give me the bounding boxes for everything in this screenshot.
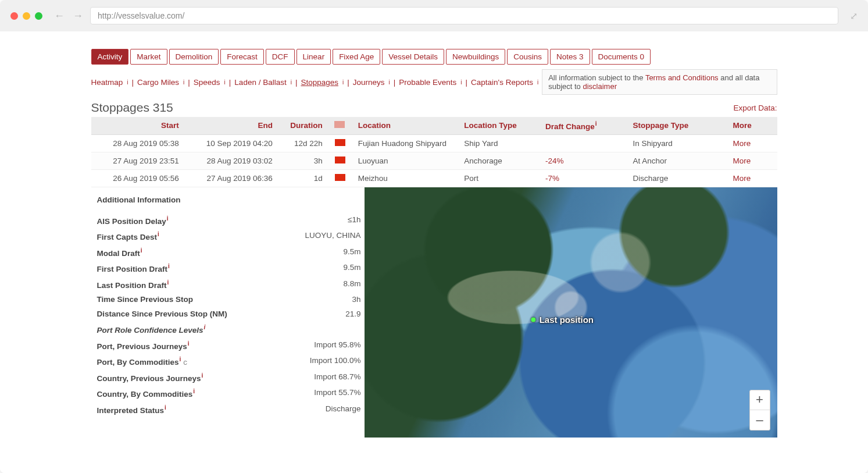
table-row[interactable]: 27 Aug 2019 23:5128 Aug 2019 03:023hLuoy… (91, 152, 777, 169)
info-icon[interactable]: i (204, 324, 206, 330)
info-icon[interactable]: i (165, 404, 166, 411)
col-more: More (727, 117, 777, 134)
info-icon[interactable]: i (389, 79, 390, 86)
sublink-speeds[interactable]: Speeds (194, 78, 220, 87)
tab-demolition[interactable]: Demolition (169, 49, 219, 65)
info-icon[interactable]: i (158, 231, 159, 237)
back-icon[interactable]: ← (53, 10, 66, 22)
info-row: Country, By CommoditiesiImport 55.7% (97, 385, 361, 401)
info-value: 21.9 (345, 310, 360, 318)
sublink-journeys[interactable]: Journeys (353, 78, 385, 87)
info-icon[interactable]: i (141, 247, 142, 254)
tab-forecast[interactable]: Forecast (220, 49, 264, 65)
info-icon[interactable]: i (167, 279, 169, 286)
info-icon[interactable]: i (127, 79, 128, 86)
more-link[interactable]: More (733, 157, 751, 165)
url-bar[interactable]: http://vesselsvalue.com/ (90, 7, 838, 24)
tab-vessel-details[interactable]: Vessel Details (382, 49, 444, 65)
window-controls (10, 12, 42, 20)
info-label: Modal Drafti (97, 247, 142, 258)
zoom-in-button[interactable]: + (750, 390, 770, 410)
cell-stoppage-type: Discharge (627, 169, 727, 187)
col-start[interactable]: Start (91, 117, 185, 134)
sublink-captain-s-reports[interactable]: Captain's Reports (471, 78, 533, 87)
close-window-button[interactable] (10, 12, 18, 20)
tab-market[interactable]: Market (130, 49, 167, 65)
col-location-type[interactable]: Location Type (458, 117, 540, 134)
tab-activity[interactable]: Activity (91, 49, 129, 65)
info-icon[interactable]: i (188, 340, 190, 347)
info-label: Distance Since Previous Stop (NM) (97, 310, 227, 318)
flag-cn-icon (335, 139, 345, 146)
forward-icon[interactable]: → (72, 10, 84, 22)
info-label: First Position Drafti (97, 263, 170, 273)
tab-dcf[interactable]: DCF (266, 49, 295, 65)
tab-documents-0[interactable]: Documents 0 (592, 49, 651, 65)
cell-location: Luoyuan (352, 152, 459, 169)
info-icon[interactable]: i (460, 79, 462, 86)
info-icon[interactable]: i (183, 79, 184, 86)
info-row: Port, By CommoditiesicImport 100.0% (97, 353, 361, 369)
cell-draft-change: -24% (540, 152, 627, 169)
table-row[interactable]: 26 Aug 2019 05:5627 Aug 2019 06:361dMeiz… (91, 169, 777, 187)
table-row[interactable]: 28 Aug 2019 05:3810 Sep 2019 04:2012d 22… (91, 134, 777, 152)
info-icon[interactable]: i (168, 263, 170, 269)
tab-newbuildings[interactable]: Newbuildings (446, 49, 505, 65)
separator: | (229, 78, 231, 87)
cell-duration: 12d 22h (278, 134, 328, 152)
col-stoppage-type[interactable]: Stoppage Type (627, 117, 727, 134)
info-value: 8.8m (343, 279, 360, 290)
sublink-cargo-miles[interactable]: Cargo Miles (137, 78, 179, 87)
map-panel[interactable]: Last position + – (365, 187, 777, 438)
cell-start: 26 Aug 2019 05:56 (91, 169, 185, 187)
info-icon[interactable]: i (224, 79, 226, 86)
col-draft-change[interactable]: Draft Changei (540, 117, 627, 134)
expand-icon[interactable]: ⤢ (850, 10, 858, 22)
more-link[interactable]: More (733, 174, 751, 183)
info-row: First Capts DestiLUOYU, CHINA (97, 228, 361, 244)
info-icon[interactable]: i (291, 79, 292, 86)
sublink-laden-ballast[interactable]: Laden / Ballast (234, 78, 286, 87)
cell-end: 27 Aug 2019 06:36 (185, 169, 278, 187)
info-label: Country, By Commoditiesi (97, 388, 195, 399)
info-label: Country, Previous Journeysi (97, 372, 203, 383)
disclaimer-link[interactable]: disclaimer (583, 82, 617, 91)
separator: | (394, 78, 396, 87)
col-location[interactable]: Location (352, 117, 459, 134)
tab-fixed-age[interactable]: Fixed Age (333, 49, 380, 65)
last-position-marker[interactable]: Last position (531, 315, 594, 325)
stoppages-table: Start End Duration Location Location Typ… (91, 117, 777, 187)
info-icon[interactable]: i (180, 356, 181, 362)
info-icon[interactable]: i (537, 79, 538, 86)
tab-notes-3[interactable]: Notes 3 (550, 49, 590, 65)
minimize-window-button[interactable] (23, 12, 30, 20)
terms-link[interactable]: Terms and Conditions (645, 73, 719, 82)
cell-location: Fujian Huadong Shipyard (352, 134, 459, 152)
sub-links-row: Heatmapi | Cargo Milesi | Speedsi | Lade… (91, 69, 777, 95)
sublink-stoppages[interactable]: Stoppages (301, 78, 338, 87)
cell-start: 27 Aug 2019 23:51 (91, 152, 185, 169)
maximize-window-button[interactable] (35, 12, 42, 20)
cell-end: 10 Sep 2019 04:20 (185, 134, 278, 152)
info-icon[interactable]: i (167, 215, 169, 222)
info-label: Port, By Commoditiesic (97, 356, 188, 367)
info-value: Import 55.7% (314, 388, 360, 399)
tab-cousins[interactable]: Cousins (507, 49, 548, 65)
sublink-heatmap[interactable]: Heatmap (91, 78, 123, 87)
info-icon[interactable]: i (202, 372, 203, 379)
export-data-link[interactable]: Export Data: (733, 104, 777, 112)
browser-window: ← → http://vesselsvalue.com/ ⤢ ActivityM… (0, 0, 868, 473)
col-duration[interactable]: Duration (278, 117, 328, 134)
tab-linear[interactable]: Linear (297, 49, 331, 65)
info-icon[interactable]: i (342, 79, 344, 86)
more-link[interactable]: More (733, 139, 751, 148)
sublink-probable-events[interactable]: Probable Events (399, 78, 456, 87)
info-icon[interactable]: i (193, 388, 195, 394)
col-end[interactable]: End (185, 117, 278, 134)
zoom-out-button[interactable]: – (750, 410, 770, 430)
info-label: AIS Position Delayi (97, 215, 169, 226)
info-label: Port Role Confidence Levelsi (97, 324, 206, 335)
col-flag[interactable] (328, 117, 352, 134)
separator: | (466, 78, 468, 87)
cell-draft-change (540, 134, 627, 152)
